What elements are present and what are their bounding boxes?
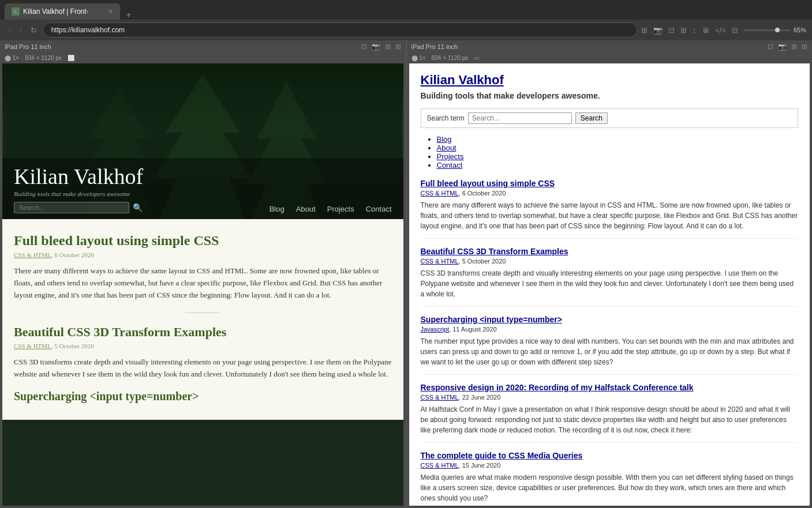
dark-article1-excerpt: There are many different ways to achieve… — [14, 265, 392, 301]
dark-article2-excerpt: CSS 3D transforms create depth and visua… — [14, 356, 392, 381]
dark-article1-meta: CSS & HTML, 6 October 2020 — [14, 251, 392, 258]
zoom-level: 65% — [794, 27, 806, 33]
right-viewport: iPad Pro 11 inch ⊡ 📷 ⊞ ⊞ ⬤ 1× 834 × 1120… — [407, 40, 813, 508]
devices-icon[interactable]: ⊞ — [641, 26, 648, 35]
search-button[interactable]: Search — [575, 112, 608, 124]
article4-meta: CSS & HTML, 22 June 2020 — [421, 394, 799, 401]
left-capture-icon[interactable]: ⊡ — [361, 43, 367, 51]
right-scale: ⬤ 1× — [411, 55, 426, 61]
article-item-2: Beautiful CSS 3D Transform Examples CSS … — [421, 247, 799, 307]
right-site-frame[interactable]: Kilian Valkhof Building tools that make … — [409, 63, 810, 506]
left-screenshot-icon[interactable]: 📷 — [372, 43, 380, 51]
light-nav-projects[interactable]: Projects — [437, 152, 464, 161]
dark-article3-title[interactable]: Supercharging <input type=number> — [14, 390, 392, 403]
right-crop-icon[interactable]: ⊞ — [791, 43, 797, 51]
zoom-control: 65% — [744, 27, 806, 33]
dark-search-input[interactable] — [14, 202, 129, 213]
dark-nav-blog[interactable]: Blog — [270, 205, 285, 213]
dark-article2-meta: CSS & HTML, 5 October 2020 — [14, 343, 392, 349]
right-screenshot-icon[interactable]: 📷 — [778, 43, 787, 51]
left-layers-icon[interactable]: ⊞ — [395, 43, 401, 51]
new-tab-button[interactable]: + — [120, 10, 137, 20]
article1-link[interactable]: Full bleed layout using simple CSS — [421, 179, 799, 188]
dark-nav-contact[interactable]: Contact — [366, 205, 392, 213]
left-device-icon: ⬜ — [68, 55, 74, 61]
left-crop2-icon[interactable]: ⊞ — [385, 43, 391, 51]
sync-icon[interactable]: ↕ — [693, 26, 697, 35]
article5-meta: CSS & HTML, 15 June 2020 — [421, 462, 799, 469]
dark-nav-projects[interactable]: Projects — [327, 205, 354, 213]
search-label: Search term — [427, 114, 465, 122]
article4-excerpt: At Halfstack Conf in May I gave a presen… — [421, 404, 799, 435]
tab-close-icon[interactable]: ✕ — [108, 8, 113, 16]
screenshot-icon[interactable]: 📷 — [653, 26, 663, 35]
left-viewport: iPad Pro 11 inch ⊡ 📷 ⊞ ⊞ ⬤ 1× 834 × 1120… — [0, 40, 406, 508]
tab-title: Kilian Valkhof | Front- — [23, 7, 89, 16]
dark-article2-title[interactable]: Beautiful CSS 3D Transform Examples — [14, 325, 392, 340]
right-device-icon: ▭ — [474, 55, 479, 61]
dark-nav-about[interactable]: About — [296, 205, 316, 213]
toolbar-icons: ⊞ 📷 ⊡ ⊞ ↕ 🖥 </> ⊟ 65% — [641, 26, 806, 35]
reload-button[interactable]: ↻ — [28, 25, 39, 36]
article2-meta: CSS & HTML, 5 October 2020 — [421, 258, 799, 265]
light-nav: Blog About Projects Contact — [421, 135, 799, 170]
article2-link[interactable]: Beautiful CSS 3D Transform Examples — [421, 247, 799, 256]
light-nav-contact[interactable]: Contact — [437, 161, 463, 170]
article-item-5: The complete guide to CSS Media Queries … — [421, 451, 799, 506]
search-row: Search term Search — [421, 108, 799, 128]
address-input[interactable] — [43, 22, 638, 37]
left-site-frame[interactable]: Kilian Valkhof Building tools that make … — [2, 63, 403, 506]
article5-excerpt: Media queries are what make modern respo… — [421, 472, 799, 503]
back-button[interactable]: ‹ — [6, 24, 13, 36]
article5-link[interactable]: The complete guide to CSS Media Queries — [421, 451, 799, 460]
article1-excerpt: There are many different ways to achieve… — [421, 200, 799, 231]
left-device-name: iPad Pro 11 inch — [5, 43, 51, 50]
left-scale: ⬤ 1× — [5, 55, 19, 61]
tab-favicon: K — [12, 7, 20, 16]
article2-excerpt: CSS 3D transforms create depth and visua… — [421, 268, 799, 299]
article-item-1: Full bleed layout using simple CSS CSS &… — [421, 179, 799, 239]
article-item-3: Supercharging <input type=number> Javasc… — [421, 315, 799, 375]
right-capture-icon[interactable]: ⊡ — [768, 43, 773, 51]
article3-excerpt: The number input type provides a nice wa… — [421, 336, 799, 367]
layers-icon[interactable]: ⊞ — [680, 26, 687, 35]
dark-article1-title[interactable]: Full bleed layout using simple CSS — [14, 233, 392, 249]
article-item-4: Responsive design in 2020: Recording of … — [421, 383, 799, 443]
crop-icon[interactable]: ⊡ — [668, 26, 675, 35]
light-tagline: Building tools that make developers awes… — [421, 91, 799, 100]
left-resolution: 834 × 1120 px — [25, 55, 62, 61]
code-icon[interactable]: </> — [715, 26, 726, 35]
article1-meta: CSS & HTML, 6 October 2020 — [421, 190, 799, 197]
forward-button[interactable]: › — [17, 24, 24, 36]
light-nav-about[interactable]: About — [437, 144, 456, 152]
monitor-icon[interactable]: 🖥 — [702, 26, 709, 35]
active-tab[interactable]: K Kilian Valkhof | Front- ✕ — [5, 3, 120, 20]
light-site-title[interactable]: Kilian Valkhof — [421, 73, 799, 88]
article3-meta: Javascript, 11 August 2020 — [421, 326, 799, 333]
right-device-name: iPad Pro 11 inch — [411, 43, 458, 50]
light-nav-blog[interactable]: Blog — [437, 135, 452, 144]
articles-list: Full bleed layout using simple CSS CSS &… — [421, 179, 799, 506]
panel-icon[interactable]: ⊟ — [732, 26, 738, 35]
search-input[interactable] — [468, 112, 572, 124]
article4-link[interactable]: Responsive design in 2020: Recording of … — [421, 383, 799, 392]
right-resolution: 834 × 1120 px — [432, 55, 469, 61]
right-layers-icon[interactable]: ⊞ — [802, 43, 807, 51]
article3-link[interactable]: Supercharging <input type=number> — [421, 315, 799, 324]
